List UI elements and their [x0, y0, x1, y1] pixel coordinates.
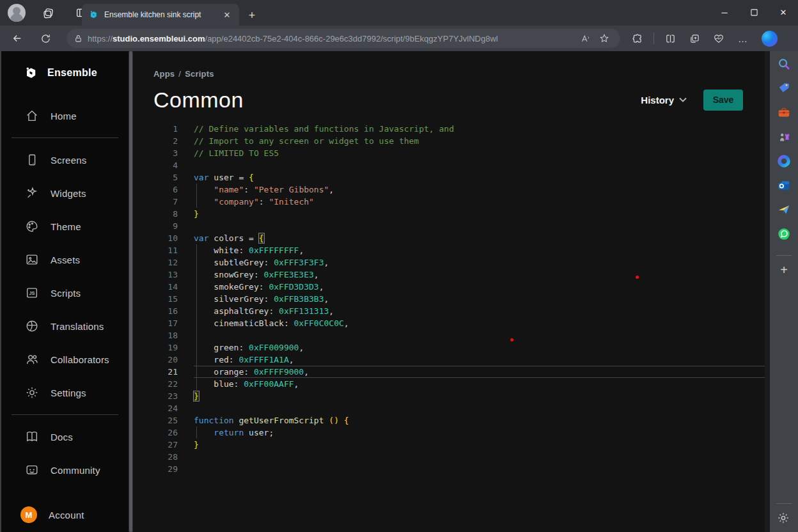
breadcrumb-scripts[interactable]: Scripts [185, 69, 214, 79]
code-editor[interactable]: 1// Define variables and functions in Ja… [133, 123, 765, 475]
editor-line[interactable]: 4 [133, 159, 765, 171]
editor-line[interactable]: 17 cinematicBlack: 0xFF0C0C0C, [133, 317, 765, 329]
browser-titlebar: Ensemble kitchen sink script ✕ + ─ ✕ [0, 0, 798, 26]
sidebar-item-label: Collaborators [51, 354, 109, 365]
line-number: 10 [133, 232, 178, 244]
editor-line[interactable]: 6 "name": "Peter Gibbons", [133, 184, 765, 196]
refresh-icon[interactable] [35, 28, 56, 49]
line-number: 26 [133, 426, 178, 439]
editor-line[interactable]: 27} [133, 439, 765, 451]
sidebar-item-scripts[interactable]: JSScripts [1, 276, 129, 309]
search-icon[interactable] [777, 57, 791, 71]
sidebar-item-widgets[interactable]: Widgets [1, 176, 129, 210]
sidebar-item-account[interactable]: M Account [1, 497, 129, 532]
editor-line[interactable]: 18 [133, 329, 765, 341]
editor-line[interactable]: 2// Import to any screen or widget to us… [133, 135, 765, 147]
line-number: 29 [133, 463, 178, 475]
back-icon[interactable] [6, 28, 28, 49]
sidebar-item-label: Theme [51, 221, 81, 232]
editor-line[interactable]: 10var colors = { [133, 232, 765, 244]
editor-line[interactable]: 25function getUserFromScript () { [133, 414, 765, 426]
editor-line[interactable]: 28 [133, 451, 765, 463]
browser-tab[interactable]: Ensemble kitchen sink script ✕ [82, 4, 239, 26]
drop-icon[interactable] [777, 203, 791, 217]
whatsapp-icon[interactable] [777, 227, 791, 241]
copilot-icon[interactable] [762, 31, 778, 47]
read-aloud-icon[interactable] [575, 29, 595, 47]
editor-line[interactable]: 3// LIMITED TO ES5 [133, 147, 765, 159]
settings-icon [25, 386, 39, 400]
editor-line[interactable]: 21 orange: 0xFFFF9000, [133, 366, 765, 378]
code-line-text: blue: 0xFF00AAFF, [194, 378, 299, 390]
sidebar-settings-icon[interactable] [777, 512, 791, 526]
editor-line[interactable]: 5var user = { [133, 171, 765, 184]
brand[interactable]: Ensemble [1, 51, 129, 81]
outlook-icon[interactable] [777, 178, 791, 192]
sidebar-scrollbar[interactable] [129, 51, 133, 532]
screens-icon [25, 153, 39, 167]
editor-line[interactable]: 23} [133, 390, 765, 402]
breadcrumb-apps[interactable]: Apps [153, 69, 175, 79]
account-avatar: M [20, 506, 37, 523]
editor-line[interactable]: 1// Define variables and functions in Ja… [133, 123, 765, 135]
add-sidebar-item-button[interactable]: + [780, 263, 788, 276]
editor-line[interactable]: 12 subtleGrey: 0xFFF3F3F3, [133, 256, 765, 269]
page-scrollbar[interactable] [765, 51, 770, 532]
profile-avatar[interactable] [8, 4, 26, 22]
code-line-text: function getUserFromScript () { [194, 414, 349, 426]
editor-line[interactable]: 19 green: 0xFF009900, [133, 341, 765, 354]
new-tab-button[interactable]: + [244, 8, 260, 23]
save-button[interactable]: Save [703, 90, 743, 111]
editor-line[interactable]: 9 [133, 220, 765, 232]
editor-line[interactable]: 8} [133, 208, 765, 220]
toolbox-icon[interactable] [777, 106, 791, 120]
line-number: 2 [133, 135, 178, 147]
page-title: Common [153, 88, 244, 113]
editor-line[interactable]: 22 blue: 0xFF00AAFF, [133, 378, 765, 390]
window-close-button[interactable]: ✕ [769, 0, 798, 24]
code-line-text: orange: 0xFFFF9000, [194, 366, 309, 378]
line-number: 22 [133, 378, 178, 390]
editor-line[interactable]: 24 [133, 402, 765, 414]
sidebar-item-assets[interactable]: Assets [1, 243, 129, 276]
sidebar-item-settings[interactable]: Settings [1, 376, 129, 409]
editor-line[interactable]: 20 red: 0xFFFF1A1A, [133, 354, 765, 366]
sidebar-item-home[interactable]: Home [1, 99, 129, 132]
games-icon[interactable] [777, 130, 791, 144]
editor-line[interactable]: 11 white: 0xFFFFFFFF, [133, 244, 765, 256]
window-maximize-button[interactable] [739, 0, 769, 24]
line-number: 13 [133, 269, 178, 281]
shopping-icon[interactable] [777, 81, 791, 95]
window-minimize-button[interactable]: ─ [710, 0, 739, 24]
line-number: 24 [133, 402, 178, 414]
line-number: 12 [133, 256, 178, 269]
microsoft-365-icon[interactable] [777, 154, 791, 168]
code-line-text: // Define variables and functions in Jav… [194, 123, 454, 135]
sidebar-item-screens[interactable]: Screens [1, 143, 129, 176]
editor-line[interactable]: 7 "company": "Initech" [133, 196, 765, 208]
line-number: 17 [133, 317, 178, 329]
sidebar-item-community[interactable]: Community [1, 453, 129, 487]
editor-line[interactable]: 29 [133, 463, 765, 475]
browser-essentials-icon[interactable] [708, 28, 730, 49]
address-bar[interactable]: https://studio.ensembleui.com/app/e24402… [66, 29, 620, 48]
browser-toolbar: https://studio.ensembleui.com/app/e24402… [0, 26, 798, 51]
sidebar-item-translations[interactable]: Translations [1, 309, 129, 343]
sidebar-item-collaborators[interactable]: Collaborators [1, 343, 129, 376]
split-screen-icon[interactable] [659, 28, 681, 49]
sidebar-item-docs[interactable]: Docs [1, 420, 129, 453]
tab-close-icon[interactable]: ✕ [221, 9, 233, 20]
workspaces-icon[interactable] [37, 3, 59, 22]
editor-line[interactable]: 13 snowGrey: 0xFFE3E3E3, [133, 269, 765, 281]
favorite-star-icon[interactable] [595, 29, 614, 47]
more-options-icon[interactable]: … [732, 28, 754, 49]
sidebar-scrollbar-thumb[interactable] [129, 51, 132, 532]
editor-line[interactable]: 16 asphaltGrey: 0xFF131313, [133, 305, 765, 317]
editor-line[interactable]: 15 silverGrey: 0xFFB3B3B3, [133, 293, 765, 305]
collections-icon[interactable] [684, 28, 705, 49]
editor-line[interactable]: 14 smokeGrey: 0xFFD3D3D3, [133, 281, 765, 293]
editor-line[interactable]: 26 return user; [133, 426, 765, 439]
sidebar-item-theme[interactable]: Theme [1, 210, 129, 243]
history-dropdown[interactable]: History [641, 95, 687, 106]
extensions-icon[interactable] [627, 28, 648, 49]
